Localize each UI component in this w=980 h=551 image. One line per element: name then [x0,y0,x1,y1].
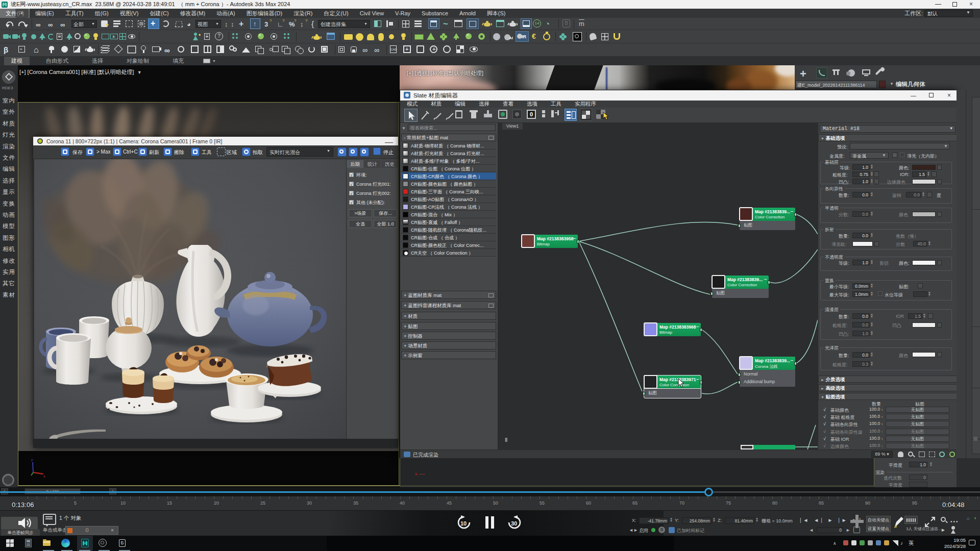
svg-text:x: x [43,474,45,478]
svg-text:z: z [31,458,33,462]
svg-text:10: 10 [460,520,467,527]
svg-text:30: 30 [511,520,517,527]
